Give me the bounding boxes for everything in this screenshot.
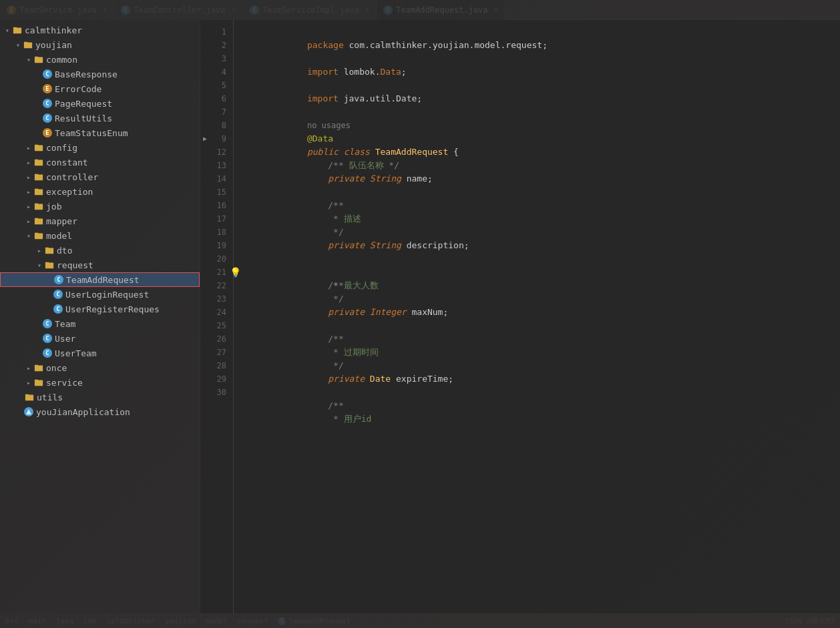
class-icon-youjianapplication [24,407,33,416]
code-line-17: private String description; [244,226,840,239]
code-editor[interactable]: 1 2 3 4 5 6 7 8 9 ▶ 12 13 14 15 16 17 18 [200,20,840,613]
class-icon-team: C [43,319,52,328]
sidebar-label-youjian: youjian [35,40,72,50]
sidebar-label-teamstatusenum: TeamStatusEnum [55,128,128,138]
folder-icon-utils [24,392,35,402]
arrow-exception: ▸ [24,187,33,196]
svg-rect-11 [35,174,38,176]
line-numbers: 1 2 3 4 5 6 7 8 9 ▶ 12 13 14 15 16 17 18 [200,20,234,613]
sidebar-item-exception[interactable]: ▸ exception [0,184,200,199]
sidebar-item-teamaddrequest[interactable]: C TeamAddRequest [0,272,200,287]
svg-rect-17 [35,218,38,220]
sidebar-label-model: model [46,231,72,241]
sidebar-label-resultutils: ResultUtils [55,113,112,123]
folder-icon-request [44,260,55,270]
sidebar-item-userteam[interactable]: C UserTeam [0,346,200,360]
svg-rect-23 [45,262,49,264]
sidebar-item-userregisterrequest[interactable]: C UserRegisterReques [0,302,200,316]
sidebar-item-model[interactable]: ▾ model [0,228,200,243]
sidebar-label-userregisterrequest: UserRegisterReques [65,304,160,314]
line-num-28: 28 [200,359,233,372]
sidebar-item-once[interactable]: ▸ once [0,360,200,375]
sidebar-item-baseresponse[interactable]: C BaseResponse [0,67,200,81]
line-num-30: 30 [200,386,233,399]
sidebar-item-user[interactable]: C User [0,331,200,346]
class-icon-errorcode: E [43,84,52,93]
code-line-12: private String name; [244,159,840,172]
code-line-18 [244,239,840,252]
svg-rect-21 [45,248,49,249]
code-line-16: */ [244,212,840,226]
code-line-20: * 最大人数 [244,266,840,279]
sidebar-item-errorcode[interactable]: E ErrorCode [0,81,200,96]
sidebar-item-pagerequest[interactable]: C PageRequest [0,96,200,111]
arrow-calmthinker: ▾ [3,25,12,35]
sidebar-item-mapper[interactable]: ▸ mapper [0,214,200,228]
class-icon-userregisterrequest: C [53,304,63,314]
line-num-4: 4 [200,65,233,79]
sidebar-item-userloginrequest[interactable]: C UserLoginRequest [0,287,200,302]
sidebar-item-config[interactable]: ▸ config [0,140,200,155]
sidebar-label-utils: utils [37,392,63,402]
folder-icon-controller [33,172,44,182]
sidebar-item-calmthinker[interactable]: ▾ calmthinker [0,23,200,37]
svg-rect-13 [35,189,38,190]
folder-icon-exception [33,186,44,197]
sidebar-item-request[interactable]: ▾ request [0,258,200,272]
class-icon-teamaddrequest: C [54,275,63,284]
sidebar-label-job: job [46,202,61,212]
code-line-22: private Integer maxNum; [244,292,840,306]
sidebar-item-teamstatusenum[interactable]: E TeamStatusEnum [0,125,200,140]
line-num-24: 24 [200,306,233,319]
sidebar-item-service[interactable]: ▸ service [0,375,200,390]
code-line-8: public class TeamAddRequest { [244,132,840,145]
folder-icon-common [33,54,44,65]
main-layout: I TeamService.java × C TeamController.ja… [0,0,840,628]
sidebar-item-job[interactable]: ▸ job [0,199,200,214]
code-line-26: */ [244,346,840,359]
sidebar-item-resultutils[interactable]: C ResultUtils [0,111,200,125]
svg-rect-29 [25,394,29,396]
svg-rect-8 [35,160,43,166]
arrow-once: ▸ [24,363,33,372]
sidebar-item-team[interactable]: C Team [0,316,200,331]
sidebar-item-youjian[interactable]: ▾ youjian [0,37,200,52]
arrow-service: ▸ [24,378,33,387]
sidebar-label-controller: controller [46,172,98,182]
sidebar-item-youjianapplication[interactable]: youJianApplication [0,404,200,419]
line-num-19: 19 [200,239,233,252]
code-line-28 [244,372,840,386]
svg-rect-16 [35,219,43,225]
sidebar-label-config: config [46,143,77,153]
class-icon-userloginrequest: C [53,290,63,299]
folder-icon-model [33,230,44,241]
arrow-request: ▾ [35,260,44,270]
folder-icon-once [33,362,44,373]
code-line-5: import java.util.Date; [244,79,840,92]
line-num-1: 1 [200,25,233,39]
sidebar-item-utils[interactable]: utils [0,390,200,404]
folder-icon-youjian [23,39,33,50]
sidebar-item-common[interactable]: ▾ common [0,52,200,67]
arrow-controller: ▸ [24,172,33,182]
code-line-15: * 描述 [244,199,840,212]
arrow-job: ▸ [24,202,33,211]
sidebar-item-dto[interactable]: ▸ dto [0,243,200,258]
folder-icon-config [33,142,44,153]
line-num-9: 9 ▶ [200,132,233,145]
code-line-24: /** [244,319,840,332]
svg-rect-6 [35,145,43,151]
code-line-7: @Data [244,119,840,132]
code-line-4 [244,65,840,79]
code-line-21: */ [244,279,840,292]
arrow-model: ▾ [24,231,33,240]
sidebar-item-controller[interactable]: ▸ controller [0,170,200,184]
line-num-15: 15 [200,186,233,199]
sidebar-label-common: common [46,55,77,65]
sidebar-label-request: request [57,260,93,270]
svg-rect-20 [45,248,53,254]
svg-rect-27 [35,380,38,381]
line-num-13: 13 [200,159,233,172]
sidebar-item-constant[interactable]: ▸ constant [0,155,200,170]
class-icon-teamstatusenum: E [43,128,52,137]
